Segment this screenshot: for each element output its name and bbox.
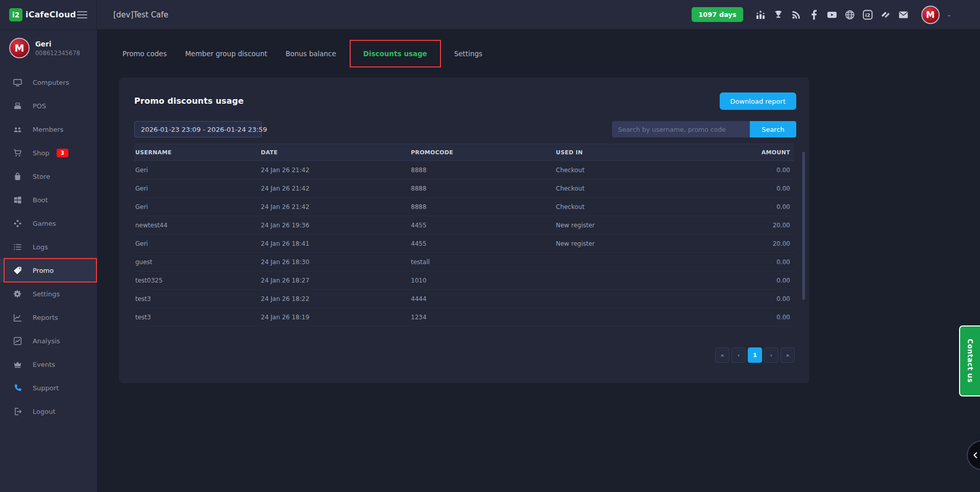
search-button[interactable]: Search bbox=[750, 121, 796, 137]
sidebar-item-shop[interactable]: Shop3 bbox=[0, 141, 97, 165]
sidebar-item-games[interactable]: Games bbox=[0, 212, 97, 235]
tab-bonus-balance[interactable]: Bonus balance bbox=[285, 50, 336, 58]
sidebar-item-promo[interactable]: Promo bbox=[0, 259, 97, 282]
cell-promocode: 4444 bbox=[410, 290, 555, 308]
cell-date: 24 Jan 26 18:30 bbox=[260, 253, 410, 271]
tab-discounts-usage[interactable]: Discounts usage bbox=[350, 40, 441, 67]
sidebar-item-label: Events bbox=[33, 361, 55, 368]
tab-settings[interactable]: Settings bbox=[454, 50, 482, 58]
trophy-icon[interactable] bbox=[773, 9, 784, 20]
cell-used-in bbox=[555, 290, 708, 308]
table-row: test324 Jan 26 18:2244440.00 bbox=[134, 290, 794, 308]
sidebar-item-analysis[interactable]: Analysis bbox=[0, 329, 97, 353]
avatar[interactable]: M bbox=[921, 6, 940, 24]
scrollbar[interactable] bbox=[802, 152, 805, 300]
cell-promocode: 1010 bbox=[410, 271, 555, 290]
cell-date: 24 Jan 26 18:19 bbox=[260, 308, 410, 326]
user-phone: 008612345678 bbox=[35, 50, 80, 57]
cell-promocode: 4455 bbox=[410, 216, 555, 235]
sidebar-item-logs[interactable]: Logs bbox=[0, 235, 97, 259]
cell-date: 24 Jan 26 18:27 bbox=[260, 271, 410, 290]
sidebar-item-label: POS bbox=[33, 102, 46, 110]
search-input[interactable] bbox=[612, 121, 750, 137]
mail-icon[interactable] bbox=[898, 9, 909, 20]
chevron-down-icon[interactable]: ⌄ bbox=[947, 11, 951, 18]
cell-date: 24 Jan 26 21:42 bbox=[260, 179, 410, 198]
cell-amount: 0.00 bbox=[708, 271, 794, 290]
avatar[interactable]: M bbox=[9, 38, 30, 58]
cell-used-in bbox=[555, 271, 708, 290]
layers-icon[interactable] bbox=[880, 9, 891, 20]
date-range-picker[interactable]: 2026-01-23 23:09 - 2026-01-24 23:59 bbox=[134, 121, 262, 137]
rss-icon[interactable] bbox=[791, 9, 802, 20]
cell-used-in: New register bbox=[555, 216, 708, 235]
shop-icon bbox=[13, 149, 22, 157]
sidebar-item-logout[interactable]: Logout bbox=[0, 400, 97, 423]
sidebar-item-members[interactable]: Members bbox=[0, 118, 97, 141]
sidebar-item-store[interactable]: Store bbox=[0, 165, 97, 188]
table-row: Geri24 Jan 26 21:428888Checkout0.00 bbox=[134, 198, 794, 216]
sidebar-item-computers[interactable]: Computers bbox=[0, 71, 97, 94]
ranking-icon[interactable] bbox=[755, 9, 766, 20]
reports-icon bbox=[13, 313, 22, 322]
computers-icon bbox=[13, 78, 22, 87]
page-button-1[interactable]: 1 bbox=[748, 347, 762, 363]
menu-toggle-icon[interactable] bbox=[77, 9, 87, 20]
logo-icon: i2 bbox=[9, 8, 22, 21]
cell-promocode: 8888 bbox=[410, 179, 555, 198]
sidebar-item-support[interactable]: Support bbox=[0, 376, 97, 400]
shop-count-badge: 3 bbox=[57, 149, 68, 157]
prev-page-button[interactable]: ‹ bbox=[731, 347, 746, 363]
facebook-icon[interactable] bbox=[809, 9, 820, 20]
table-row: newtest4424 Jan 26 19:364455New register… bbox=[134, 216, 794, 235]
sidebar-item-label: Reports bbox=[33, 314, 58, 321]
store-icon bbox=[13, 172, 22, 181]
sidebar-item-boot[interactable]: Boot bbox=[0, 188, 97, 212]
cell-date: 24 Jan 26 21:42 bbox=[260, 161, 410, 179]
cell-date: 24 Jan 26 18:22 bbox=[260, 290, 410, 308]
days-remaining-badge[interactable]: 1097 days bbox=[692, 7, 743, 22]
cell-promocode: 1234 bbox=[410, 308, 555, 326]
sidebar-item-label: Boot bbox=[33, 196, 48, 204]
cell-used-in: New register bbox=[555, 235, 708, 253]
tab-promo-codes[interactable]: Promo codes bbox=[122, 50, 167, 58]
contact-us-button[interactable]: Contact us bbox=[959, 325, 980, 396]
icafecloud-icon[interactable]: i2 bbox=[863, 9, 873, 20]
discounts-usage-panel: Promo discounts usage Download report 20… bbox=[119, 78, 810, 383]
table-row: Geri24 Jan 26 21:428888Checkout0.00 bbox=[134, 161, 794, 179]
sidebar-item-label: Members bbox=[33, 126, 63, 133]
sidebar-item-reports[interactable]: Reports bbox=[0, 306, 97, 329]
cell-username: test3 bbox=[134, 308, 260, 326]
sidebar-item-settings[interactable]: Settings bbox=[0, 282, 97, 306]
panel-title: Promo discounts usage bbox=[134, 96, 244, 106]
cell-amount: 0.00 bbox=[708, 308, 794, 326]
globe-icon[interactable] bbox=[845, 9, 855, 20]
cell-used-in bbox=[555, 308, 708, 326]
settings-icon bbox=[13, 290, 22, 298]
cell-username: Geri bbox=[134, 198, 260, 216]
sidebar-item-pos[interactable]: POS bbox=[0, 94, 97, 118]
usage-table: USERNAMEDATEPROMOCODEUSED INAMOUNT Geri2… bbox=[134, 144, 794, 326]
search-group: Search bbox=[612, 121, 796, 137]
cell-amount: 0.00 bbox=[708, 253, 794, 271]
last-page-button[interactable]: » bbox=[780, 347, 795, 363]
download-report-button[interactable]: Download report bbox=[720, 92, 796, 110]
next-page-button[interactable]: › bbox=[764, 347, 778, 363]
cell-username: Geri bbox=[134, 235, 260, 253]
cell-username: newtest44 bbox=[134, 216, 260, 235]
events-icon bbox=[13, 360, 22, 369]
table-row: Geri24 Jan 26 21:428888Checkout0.00 bbox=[134, 179, 794, 198]
column-header-date: DATE bbox=[260, 144, 410, 161]
games-icon bbox=[13, 219, 22, 228]
cell-date: 24 Jan 26 18:41 bbox=[260, 235, 410, 253]
first-page-button[interactable]: « bbox=[715, 347, 729, 363]
cell-date: 24 Jan 26 19:36 bbox=[260, 216, 410, 235]
youtube-icon[interactable] bbox=[827, 9, 838, 20]
sidebar-item-label: Store bbox=[33, 173, 50, 180]
cell-date: 24 Jan 26 21:42 bbox=[260, 198, 410, 216]
sidebar: M Geri 008612345678 ComputersPOSMembersS… bbox=[0, 30, 97, 492]
sidebar-nav: ComputersPOSMembersShop3StoreBootGamesLo… bbox=[0, 71, 97, 423]
sidebar-item-events[interactable]: Events bbox=[0, 353, 97, 376]
tab-member-group-discount[interactable]: Member group discount bbox=[185, 50, 267, 58]
svg-text:i2: i2 bbox=[865, 12, 870, 17]
